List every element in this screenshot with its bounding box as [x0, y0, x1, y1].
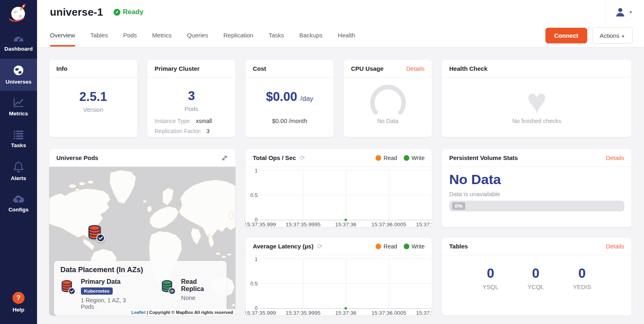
health-check-card: Health Check ♥ No finished checks — [442, 60, 632, 137]
card-title: Universe Pods — [56, 154, 98, 161]
primary-data-group: Primary Data Kubernetes 1 Region, 1 AZ, … — [60, 278, 139, 310]
legend-write: Write — [404, 243, 425, 250]
y-tick: 1 — [246, 256, 258, 262]
total-ops-chart-card: Total Ops / Sec ⟳ Read Write 1 0.5 0 15:… — [246, 149, 432, 227]
primary-data-map-marker[interactable] — [87, 224, 105, 242]
gauge-icon — [13, 33, 24, 43]
info-card: Info 2.5.1 Version — [49, 60, 137, 137]
x-tick: 15:37:36.001 — [416, 310, 432, 316]
sidebar-item-tasks[interactable]: Tasks — [0, 123, 37, 155]
card-title: Tables — [449, 243, 468, 250]
list-icon — [13, 130, 24, 139]
cpu-usage-card: CPU Usage Details No Data — [344, 60, 432, 137]
tab-pods[interactable]: Pods — [123, 25, 137, 47]
replication-factor-row: Replication Factor: 3 — [155, 128, 228, 134]
tab-metrics[interactable]: Metrics — [152, 25, 171, 47]
sidebar-item-label: Alerts — [11, 175, 26, 181]
attribution-text: | Copyright © MapBox All rights reserved — [147, 310, 233, 315]
pvs-empty-text: No Data — [449, 172, 632, 187]
replica-database-icon: ⟳ — [161, 278, 176, 296]
data-placement-title: Data Placement (In AZs) — [60, 266, 220, 274]
actions-dropdown[interactable]: Actions ▼ — [592, 27, 633, 44]
map-attribution: Leaflet | Copyright © MapBox All rights … — [129, 309, 235, 316]
check-circle-icon: ✓ — [114, 9, 120, 16]
sidebar-item-metrics[interactable]: Metrics — [0, 91, 37, 123]
legend-read: Read — [376, 243, 397, 250]
primary-data-label: Primary Data — [81, 278, 139, 285]
planet-rocket-logo-icon — [7, 2, 30, 24]
x-tick: 15:37:35.9995 — [286, 310, 320, 316]
primary-data-detail: 1 Region, 1 AZ, 3 Pods — [81, 297, 139, 310]
svg-text:⟳: ⟳ — [170, 289, 174, 293]
ysql-stat: 0 YSQL — [483, 266, 499, 290]
globe-icon — [13, 65, 24, 76]
tab-bar: Overview Tables Pods Metrics Queries Rep… — [50, 24, 355, 47]
chevron-down-icon: ▼ — [629, 10, 633, 14]
card-title: Persistent Volume Stats — [449, 154, 518, 161]
card-title: Info — [56, 65, 68, 72]
tables-card: Tables Details 0 YSQL 0 YCQL 0 YEDIS — [442, 238, 632, 316]
sidebar-item-universes[interactable]: Universes — [0, 59, 37, 91]
cloud-upload-icon — [12, 194, 25, 204]
universe-pods-card: Universe Pods — [49, 149, 235, 316]
card-title: Health Check — [449, 65, 487, 72]
cpu-details-link[interactable]: Details — [406, 65, 425, 72]
primary-database-icon — [60, 278, 76, 296]
cpu-empty-text: No Data — [377, 118, 398, 124]
version-value: 2.5.1 — [79, 90, 107, 104]
write-data-point — [345, 219, 347, 221]
cost-card: Cost $0.00 /day $0.00 /month — [246, 60, 334, 137]
health-empty-text: No finished checks — [442, 118, 632, 124]
primary-cluster-card: Primary Cluster 3 Pods Instance Type: xs… — [147, 60, 235, 137]
pods-label: Pods — [184, 105, 198, 112]
cost-per-month: $0.00 /month — [246, 117, 334, 124]
chevron-down-icon: ▼ — [621, 34, 625, 39]
refresh-icon[interactable]: ⟳ — [299, 154, 305, 162]
read-dot-icon — [376, 244, 381, 249]
card-title: Primary Cluster — [155, 65, 200, 72]
x-tick: 15:37:36.0005 — [372, 310, 406, 316]
sidebar: Dashboard Universes Metrics Tasks — [0, 0, 37, 324]
tables-details-link[interactable]: Details — [606, 243, 624, 250]
chart-title: Total Ops / Sec — [253, 154, 296, 161]
sidebar-item-dashboard[interactable]: Dashboard — [0, 27, 37, 59]
tab-tables[interactable]: Tables — [91, 25, 108, 47]
x-tick: 15:37:35.999 — [246, 310, 276, 316]
sidebar-item-alerts[interactable]: Alerts — [0, 155, 37, 187]
x-tick: 15:37:35.9995 — [286, 221, 320, 227]
sidebar-item-label: Help — [12, 307, 24, 313]
connect-button[interactable]: Connect — [545, 28, 587, 43]
chart-plot-area: 1 0.5 0 15:37:35.999 15:37:35.9995 15:37… — [246, 255, 432, 316]
world-map[interactable]: Data Placement (In AZs) — [49, 167, 235, 316]
legend-write: Write — [404, 155, 425, 161]
expand-icon[interactable] — [221, 154, 228, 162]
user-icon — [615, 7, 625, 17]
tab-overview[interactable]: Overview — [50, 25, 75, 47]
write-data-point — [345, 307, 347, 310]
y-tick: 1 — [246, 168, 258, 174]
chart-legend: Read Write — [376, 155, 425, 161]
user-menu[interactable]: ▼ — [605, 0, 633, 24]
tab-backups[interactable]: Backups — [299, 25, 323, 47]
app-logo[interactable] — [0, 0, 37, 27]
persistent-volume-stats-card: Persistent Volume Stats Details No Data … — [442, 149, 632, 227]
cost-day-unit: /day — [300, 95, 313, 103]
sidebar-item-configs[interactable]: Configs — [0, 187, 37, 219]
sidebar-item-label: Tasks — [11, 142, 26, 148]
tab-health[interactable]: Health — [338, 25, 355, 47]
read-replica-detail: None — [181, 294, 220, 301]
kubernetes-badge: Kubernetes — [81, 287, 113, 295]
main-content: Info 2.5.1 Version Primary Cluster 3 Pod… — [37, 47, 644, 324]
read-replica-group: ⟳ Read Replica None — [161, 278, 220, 310]
sidebar-item-help[interactable]: ? Help — [0, 286, 37, 318]
pvs-details-link[interactable]: Details — [606, 154, 624, 161]
pvs-sub-text: Data is unavailable — [449, 191, 632, 197]
refresh-icon[interactable]: ⟳ — [317, 242, 322, 250]
x-tick: 15:37:36 — [335, 221, 357, 227]
tab-replication[interactable]: Replication — [223, 25, 253, 47]
leaflet-link[interactable]: Leaflet — [131, 310, 145, 315]
sidebar-item-label: Metrics — [9, 111, 28, 117]
tab-tasks[interactable]: Tasks — [268, 25, 284, 47]
tab-queries[interactable]: Queries — [187, 25, 208, 47]
chart-line-icon — [13, 97, 24, 108]
